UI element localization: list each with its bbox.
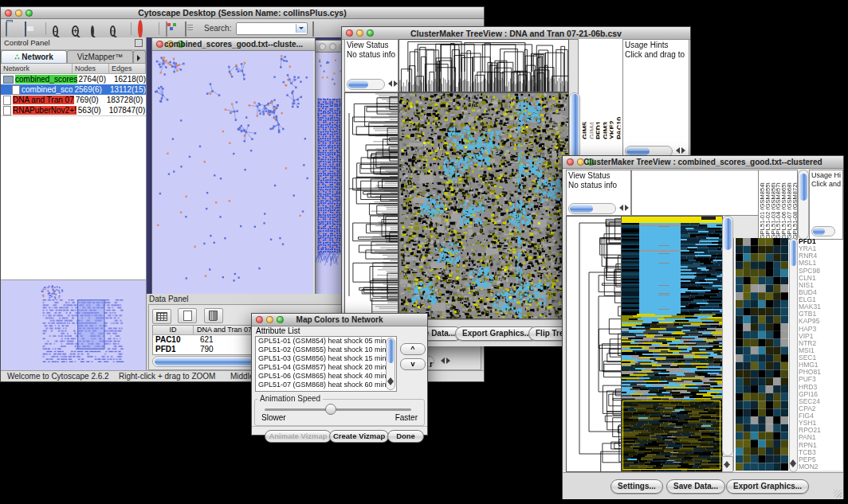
speed-slider-thumb[interactable]	[325, 404, 336, 415]
move-up-button[interactable]: ^	[400, 343, 426, 355]
view-status-hscrollbar[interactable]	[347, 79, 385, 90]
usage-hints-title: Usage Hints	[623, 40, 689, 50]
heatmap-vscrollbar[interactable]	[722, 216, 733, 456]
toolbar-separator	[131, 22, 132, 35]
labels-vscrollbar[interactable]	[798, 170, 809, 240]
zoom-fit-icon[interactable]: ▫	[110, 22, 124, 35]
edge-attribute-browser-tab-fragment[interactable]: r	[430, 360, 433, 369]
list-item[interactable]: GPL51-07 (GSM868) heat shock 60 min	[256, 381, 396, 389]
global-heatmap-canvas[interactable]	[398, 92, 569, 319]
tab-network[interactable]: ∴ Network	[1, 50, 67, 63]
new-attribute-icon[interactable]	[178, 308, 197, 323]
help-lifesaver-icon[interactable]	[138, 22, 152, 35]
birdseye-view-canvas[interactable]	[1, 279, 146, 371]
column-label: PFD1	[594, 71, 600, 139]
tab-overflow-icon[interactable]	[133, 50, 146, 63]
control-panel: Control Panel ∴ Network VizMapper™ Netwo…	[1, 37, 147, 371]
attribute-listbox[interactable]: GPL51-01 (GSM854) heat shock 05 minGPL51…	[255, 336, 397, 392]
network-row[interactable]: DNA and Tran 07769(0)183728(0)	[1, 95, 146, 105]
move-down-button[interactable]: v	[400, 358, 426, 370]
delete-attribute-icon[interactable]	[204, 308, 223, 323]
tab-vizmapper[interactable]: VizMapper™	[67, 50, 133, 63]
search-label: Search:	[204, 24, 231, 33]
view-status-title: View Status	[567, 170, 630, 181]
network-window-titlebar[interactable]: combined_scores_good.txt--cluste...	[152, 38, 315, 51]
animate-vizmap-button[interactable]: Animate Vizmap	[265, 430, 332, 443]
treeview2-titlebar[interactable]: ClusterMaker TreeView : combined_scores_…	[563, 156, 843, 169]
view-status-hscrollbar[interactable]	[568, 203, 616, 214]
list-item[interactable]: GPL51-06 (GSM865) heat shock 40 min	[256, 372, 396, 381]
data-panel-title: Data Panel	[149, 295, 188, 303]
dialog-content: Attribute List GPL51-01 (GSM854) heat sh…	[252, 326, 427, 435]
zoom-heatmap-canvas[interactable]	[736, 238, 788, 471]
usage-hints-hscrollbar[interactable]	[811, 226, 835, 236]
node-count: 2764(0)	[79, 75, 106, 84]
list-item[interactable]: GPL51-04 (GSM857) heat shock 20 min	[256, 363, 396, 372]
network-view-canvas[interactable]	[152, 51, 313, 294]
column-dendrogram-canvas[interactable]	[398, 39, 569, 92]
save-data-button[interactable]: Save Data...	[666, 479, 725, 494]
control-panel-tabs: ∴ Network VizMapper™	[1, 50, 146, 64]
zoom-selected-icon[interactable]	[91, 22, 105, 35]
network-row[interactable]: combined_sco2569(6)13112(15)	[1, 84, 146, 95]
create-vizmap-button[interactable]: Create Vizmap	[329, 430, 389, 443]
vizmapper-icon[interactable]	[166, 22, 180, 35]
control-panel-header: Control Panel	[1, 37, 146, 50]
minimize-button[interactable]	[329, 43, 336, 50]
column-label: GPL51-08 (GSM872)	[791, 172, 797, 239]
node-count: 563(0)	[78, 106, 101, 115]
main-titlebar[interactable]: Cytoscape Desktop (Session Name: collins…	[1, 7, 484, 19]
close-button[interactable]	[319, 43, 326, 50]
column-label: YKE2	[607, 71, 614, 139]
network-window: combined_scores_good.txt--cluste...	[151, 37, 316, 294]
network-row[interactable]: RNAPuberNov2+!563(0)107847(0)	[1, 105, 146, 115]
dialog-titlebar[interactable]: Map Colors to Network	[252, 314, 427, 326]
global-heatmap-canvas[interactable]	[621, 216, 723, 472]
row-dendrogram-canvas[interactable]	[344, 92, 398, 319]
view-status-info: No status info	[567, 181, 630, 189]
settings-button[interactable]: Settings...	[610, 479, 663, 494]
view-status-info: No status info f	[345, 50, 398, 59]
zoom-in-icon[interactable]: +	[72, 22, 86, 35]
scroll-arrows[interactable]	[438, 357, 453, 364]
scroll-arrows[interactable]	[673, 147, 689, 154]
zoom-vscrollbar[interactable]	[789, 238, 798, 472]
zoom-out-icon[interactable]: -	[53, 22, 67, 35]
resize-grip[interactable]	[834, 490, 842, 498]
status-welcome: Welcome to Cytoscape 2.6.2	[7, 372, 109, 381]
column-dendrogram-area[interactable]	[631, 170, 759, 216]
save-icon[interactable]	[25, 22, 39, 35]
treeview1-titlebar[interactable]: ClusterMaker TreeView : DNA and Tran 07-…	[342, 27, 690, 40]
scroll-arrows[interactable]	[722, 456, 733, 472]
row-dendrogram-canvas[interactable]	[566, 216, 622, 472]
treeview2-buttonbar: Settings... Save Data... Export Graphics…	[563, 472, 843, 499]
import-table-icon[interactable]	[312, 22, 327, 35]
list-item[interactable]: GPL51-03 (GSM856) heat shock 15 min	[256, 354, 396, 363]
column-label: GPL51-01 (GSM854)	[759, 172, 764, 239]
gene-label[interactable]: MON2	[799, 463, 842, 471]
scroll-arrows[interactable]	[616, 205, 631, 211]
speed-slider-track[interactable]	[265, 408, 411, 411]
select-attributes-icon[interactable]	[152, 309, 171, 324]
export-graphics-button[interactable]: Export Graphics...	[726, 479, 809, 494]
node-count: 769(0)	[76, 96, 99, 104]
network-name: RNAPuberNov2+!	[13, 106, 77, 115]
list-item[interactable]: GPL51-01 (GSM854) heat shock 05 min	[256, 337, 396, 346]
list-item[interactable]: GPL51-02 (GSM855) heat shock 10 min	[256, 346, 396, 354]
faster-label: Faster	[395, 413, 418, 422]
open-folder-icon[interactable]	[6, 22, 20, 35]
toolbar-separator	[159, 22, 159, 35]
network-row[interactable]: combined_scores2764(0)16218(0)	[1, 74, 146, 84]
search-combobox[interactable]	[236, 22, 308, 35]
column-label: PAC10	[614, 71, 621, 139]
toolbar-separator	[45, 22, 46, 35]
scroll-arrows[interactable]	[385, 80, 398, 87]
annotation-icon[interactable]	[185, 22, 199, 35]
treeview1-title: ClusterMaker TreeView : DNA and Tran 07-…	[342, 29, 690, 38]
attribute-list-vscrollbar[interactable]	[386, 338, 395, 390]
export-graphics-button[interactable]: Export Graphics...	[455, 326, 538, 341]
done-button[interactable]: Done	[387, 430, 424, 443]
chevron-down-icon[interactable]	[296, 24, 306, 33]
detach-panel-icon[interactable]	[135, 39, 143, 47]
gene-label-list[interactable]: PFD1YRA1RNR4MSL1SPC98CLN1NIS1BUD4ELG1MAK…	[799, 238, 842, 471]
